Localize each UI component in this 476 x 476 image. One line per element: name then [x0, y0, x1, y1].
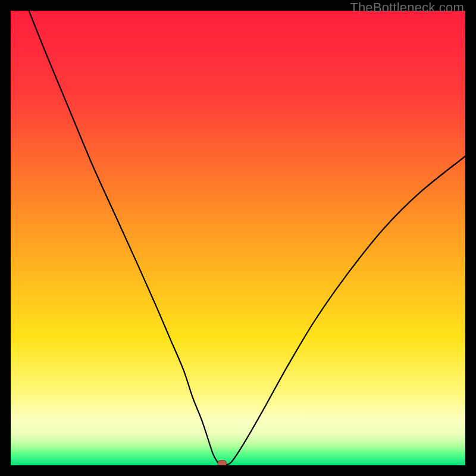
optimal-marker	[218, 461, 226, 465]
watermark-text: TheBottleneck.com	[350, 0, 464, 15]
chart-frame	[11, 11, 465, 465]
bottleneck-chart	[11, 11, 465, 465]
chart-background	[11, 11, 465, 465]
